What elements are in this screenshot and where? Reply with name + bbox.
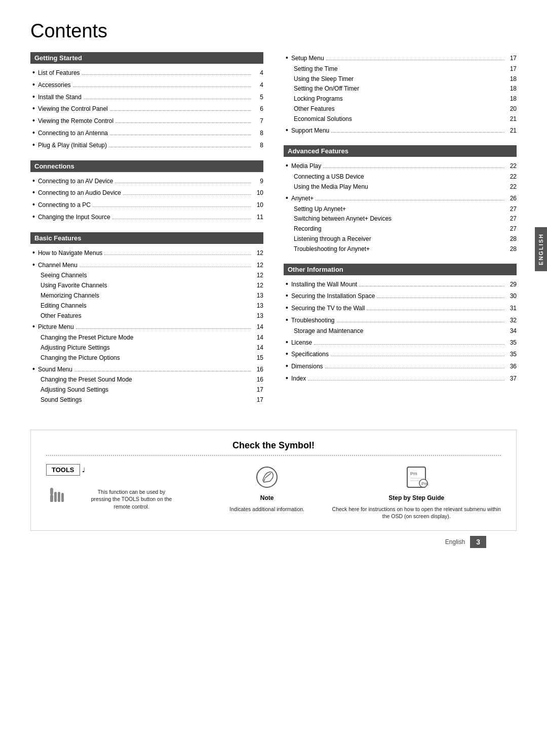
toc-item: Index 37 bbox=[284, 372, 517, 385]
toc-sub-label: Troubleshooting for Anynet+ bbox=[294, 244, 506, 255]
toc-label: List of Features bbox=[38, 68, 80, 78]
toc-sub-label: Economical Solutions bbox=[294, 114, 506, 124]
toc-sub-item: Other Features 13 bbox=[41, 311, 263, 321]
toc-item: Install the Stand 5 bbox=[30, 91, 263, 103]
toc-label: Connecting to a PC bbox=[38, 200, 91, 210]
toc-sub-label: Changing the Preset Sound Mode bbox=[41, 375, 253, 385]
toc-item: Viewing the Control Panel 6 bbox=[30, 103, 263, 115]
toc-dots bbox=[367, 310, 504, 310]
tools-hand-icon bbox=[46, 481, 70, 505]
toc-label: Anynet+ bbox=[291, 193, 314, 203]
toc-dots bbox=[308, 380, 504, 381]
toc-dots bbox=[80, 267, 251, 267]
toc-item: List of Features 4 bbox=[30, 67, 263, 79]
toc-label: License bbox=[291, 338, 312, 348]
toc-label: Plug & Play (Initial Setup) bbox=[38, 140, 107, 150]
toc-sub-item: Listening through a Receiver 28 bbox=[294, 234, 517, 244]
section-header-getting-started: Getting Started bbox=[30, 52, 263, 64]
toc-page: 31 bbox=[506, 303, 517, 313]
contents-columns: Getting Started List of Features 4 Acces… bbox=[30, 52, 517, 414]
toc-item: Setup Menu 17 bbox=[284, 52, 517, 64]
tools-description: This function can be used by pressing th… bbox=[91, 488, 172, 511]
toc-dots bbox=[326, 60, 504, 60]
toc-sub-item: Economical Solutions 21 bbox=[294, 114, 517, 124]
toc-label: Connecting to an Audio Device bbox=[38, 188, 121, 198]
toc-dots bbox=[74, 371, 251, 371]
toc-dots bbox=[109, 147, 251, 147]
other-info-list: Installing the Wall Mount 29 Securing th… bbox=[284, 278, 517, 385]
toc-dots bbox=[110, 110, 251, 111]
toc-page: 4 bbox=[253, 80, 263, 90]
section-header-advanced-features: Advanced Features bbox=[284, 145, 517, 157]
toc-sub-label: Recording bbox=[294, 224, 506, 234]
toc-dots bbox=[115, 122, 251, 123]
toc-item: Plug & Play (Initial Setup) 8 bbox=[30, 139, 263, 151]
toc-sub-item: Switching between Anynet+ Devices 27 bbox=[294, 214, 517, 224]
toc-sub-item: Memorizing Channels 13 bbox=[41, 291, 263, 301]
toc-sub-page: 17 bbox=[506, 64, 517, 74]
toc-label: Accessories bbox=[38, 80, 71, 90]
section-advanced-features: Advanced Features Media Play 22 Connecti… bbox=[284, 145, 517, 254]
toc-label: Specifications bbox=[291, 349, 329, 359]
toc-sub-item: Troubleshooting for Anynet+ 28 bbox=[294, 244, 517, 255]
symbol-step-guide: Pm Pm Step by Step Guide Check here for … bbox=[332, 464, 501, 520]
toc-dots bbox=[314, 344, 504, 345]
toc-sub-page: 13 bbox=[253, 301, 263, 311]
toc-sub-page: 12 bbox=[253, 271, 263, 281]
toc-page: 8 bbox=[253, 140, 263, 150]
toc-page: 35 bbox=[506, 349, 517, 359]
toc-sub-page: 27 bbox=[506, 214, 517, 224]
toc-item: Securing the Installation Space 30 bbox=[284, 290, 517, 302]
toc-sub-item: Recording 27 bbox=[294, 224, 517, 234]
toc-sub-item: Changing the Picture Options 15 bbox=[41, 353, 263, 363]
setup-menu-sub: Setting the Time 17 Using the Sleep Time… bbox=[284, 64, 517, 124]
sound-menu-sub: Changing the Preset Sound Mode 16 Adjust… bbox=[30, 375, 263, 405]
toc-label: Media Play bbox=[291, 161, 321, 171]
toc-sub-item: Storage and Maintenance 34 bbox=[294, 326, 517, 337]
section-setup: Setup Menu 17 Setting the Time 17 Using … bbox=[284, 52, 517, 136]
toc-sub-item: Using Favorite Channels 12 bbox=[41, 281, 263, 291]
picture-menu-sub: Changing the Preset Picture Mode 14 Adju… bbox=[30, 333, 263, 363]
left-column: Getting Started List of Features 4 Acces… bbox=[30, 52, 263, 414]
toc-sub-page: 16 bbox=[253, 375, 263, 385]
toc-sub-item: Other Features 20 bbox=[294, 104, 517, 114]
getting-started-list: List of Features 4 Accessories 4 Install… bbox=[30, 67, 263, 151]
troubleshooting-sub: Storage and Maintenance 34 bbox=[284, 326, 517, 337]
toc-dots bbox=[331, 356, 504, 356]
svg-text:Pm: Pm bbox=[421, 481, 428, 486]
toc-sub-label: Changing the Preset Picture Mode bbox=[41, 333, 253, 343]
toc-sub-page: 34 bbox=[506, 326, 517, 337]
toc-page: 17 bbox=[506, 53, 517, 63]
toc-sub-label: Connecting a USB Device bbox=[294, 172, 506, 182]
svg-rect-2 bbox=[58, 492, 60, 502]
toc-page: 7 bbox=[253, 116, 263, 126]
section-other-information: Other Information Installing the Wall Mo… bbox=[284, 264, 517, 385]
toc-dots bbox=[104, 255, 251, 255]
toc-sub-page: 14 bbox=[253, 333, 263, 343]
toc-sub-page: 22 bbox=[506, 182, 517, 192]
toc-sub-label: Using Favorite Channels bbox=[41, 281, 253, 291]
toc-item: Dimensions 36 bbox=[284, 360, 517, 372]
toc-item: License 35 bbox=[284, 337, 517, 349]
toc-sub-label: Listening through a Receiver bbox=[294, 234, 506, 244]
step-guide-description: Check here for instructions on how to op… bbox=[332, 506, 501, 520]
toc-label: How to Navigate Menus bbox=[38, 248, 102, 258]
toc-sub-page: 20 bbox=[506, 104, 517, 114]
toc-item: Connecting to an Audio Device 10 bbox=[30, 187, 263, 199]
note-label: Note bbox=[260, 494, 274, 501]
toc-sub-label: Storage and Maintenance bbox=[294, 326, 506, 337]
toc-item: Media Play 22 bbox=[284, 160, 517, 172]
toc-item: Securing the TV to the Wall 31 bbox=[284, 302, 517, 314]
toc-page: 16 bbox=[253, 364, 263, 374]
toc-sub-label: Locking Programs bbox=[294, 94, 506, 104]
section-header-connections: Connections bbox=[30, 160, 263, 172]
toc-sub-page: 18 bbox=[506, 74, 517, 85]
toc-sub-item: Connecting a USB Device 22 bbox=[294, 172, 517, 182]
section-header-basic-features: Basic Features bbox=[30, 232, 263, 244]
toc-page: 4 bbox=[253, 68, 263, 78]
toc-dots bbox=[377, 298, 504, 298]
toc-sub-item: Using the Media Play Menu 22 bbox=[294, 182, 517, 192]
step-guide-label: Step by Step Guide bbox=[388, 494, 444, 501]
section-connections: Connections Connecting to an AV Device 9… bbox=[30, 160, 263, 223]
basic-features-list: How to Navigate Menus 12 Channel Menu 12… bbox=[30, 247, 263, 405]
